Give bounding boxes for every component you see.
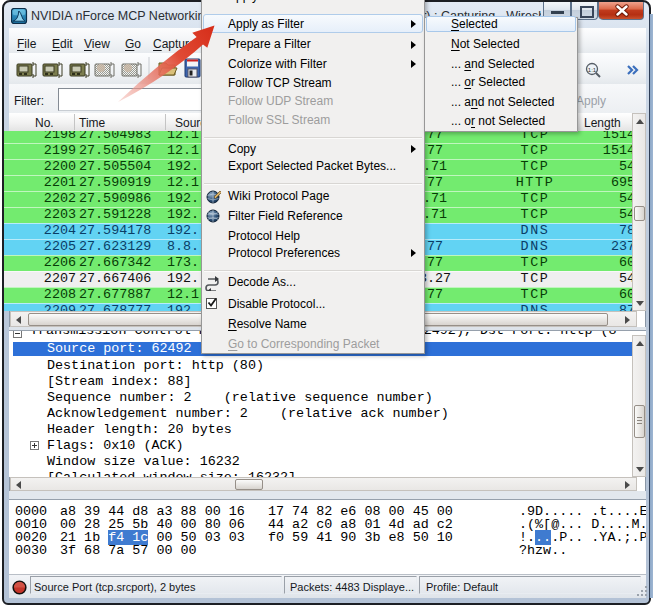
svg-text:1:1: 1:1 — [588, 67, 597, 73]
